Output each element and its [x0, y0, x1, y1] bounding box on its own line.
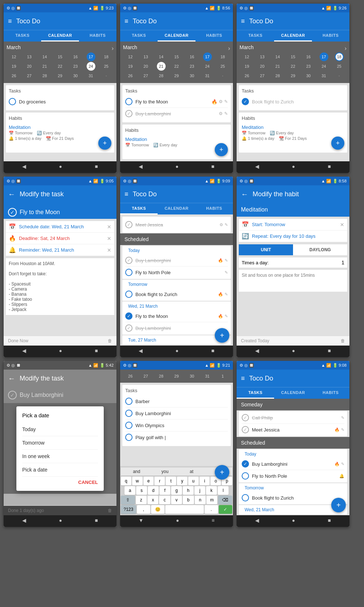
cal-cell[interactable]: 30	[304, 71, 313, 80]
cal-cell[interactable]: 25	[335, 62, 344, 71]
key-shift[interactable]: ⇧	[121, 496, 135, 504]
close-icon-6[interactable]: ✕	[340, 222, 344, 228]
datepicker-option-today[interactable]: Today	[22, 423, 98, 436]
key-g[interactable]: g	[171, 486, 182, 495]
habit-item[interactable]: Meditation 📅 Tomorrow 🔄 Every day 🔔 1 ti…	[242, 123, 344, 142]
cal-cell-today[interactable]: 17	[87, 52, 95, 61]
task-item[interactable]: Buy Lamborghini	[125, 407, 228, 419]
edit-icon[interactable]: ✎	[225, 258, 228, 263]
fab-9[interactable]: +	[331, 498, 346, 512]
task-checkbox[interactable]	[125, 398, 132, 405]
delete-icon-7[interactable]: 🗑	[108, 508, 112, 513]
tab-tasks-3[interactable]: TASKS	[237, 30, 274, 42]
cal-cell[interactable]: 31	[203, 71, 212, 80]
task-checkbox[interactable]: ✓	[125, 312, 132, 320]
key-z[interactable]: z	[136, 496, 147, 504]
nav-back[interactable]: ▼	[139, 517, 144, 525]
task-checkbox[interactable]	[125, 410, 132, 417]
tab-tasks-1[interactable]: TASKS	[4, 30, 41, 42]
task-text-typing[interactable]: Play golf with |	[135, 435, 228, 440]
cal-cell[interactable]: 22	[56, 62, 64, 71]
edit-icon[interactable]: ✎	[224, 99, 228, 104]
cal-cell[interactable]: 27	[141, 372, 150, 381]
cal-next-3[interactable]: ›	[345, 45, 347, 52]
edit-icon[interactable]: ✎	[341, 415, 344, 420]
cal-cell[interactable]: 25	[218, 62, 227, 71]
task-item-typing[interactable]: Play golf with |	[125, 431, 228, 443]
cal-cell[interactable]: 29	[172, 71, 181, 80]
toggle-unit-6[interactable]: UNIT	[239, 244, 293, 255]
repeat-row[interactable]: 🔄 Repeat: Every day for 10 days	[239, 230, 347, 242]
key-k[interactable]: k	[206, 486, 217, 495]
tab-habits-5[interactable]: HABITS	[195, 203, 233, 214]
nav-recent[interactable]: ■	[211, 348, 214, 355]
nav-back[interactable]: ◀	[139, 348, 143, 355]
cal-cell[interactable]: 25	[102, 62, 111, 71]
key-w[interactable]: w	[132, 477, 143, 485]
delete-icon-4[interactable]: 🗑	[108, 338, 112, 343]
task-item[interactable]: Book flight to Zurich	[242, 492, 344, 504]
cal-cell-today[interactable]: 17	[320, 52, 328, 61]
cal-cell[interactable]: 29	[289, 71, 297, 80]
cal-cell[interactable]: 16	[71, 52, 80, 61]
cal-cell[interactable]: 27	[141, 71, 150, 80]
cal-cell[interactable]: 12	[9, 52, 18, 61]
cal-cell[interactable]: 27	[258, 71, 266, 80]
cal-cell-selected[interactable]: 21	[157, 62, 166, 71]
fab-5[interactable]: +	[215, 328, 229, 343]
key-f[interactable]: f	[159, 486, 170, 495]
cal-cell[interactable]: 12	[242, 52, 251, 61]
cal-cell[interactable]: 23	[304, 62, 313, 71]
nav-back[interactable]: ◀	[22, 517, 26, 525]
key-c[interactable]: c	[159, 496, 170, 504]
edit-icon[interactable]: ✎	[225, 292, 228, 297]
cal-next-1[interactable]: ›	[112, 45, 114, 52]
key-comma[interactable]: ,	[137, 505, 150, 514]
nav-back[interactable]: ◀	[255, 517, 259, 525]
key-e[interactable]: e	[143, 477, 154, 485]
key-j[interactable]: j	[194, 486, 205, 495]
task-item[interactable]: ✓ Buy Lamborghini ⚙ ✎	[125, 108, 228, 119]
task-item[interactable]: Fly to the Moon 🔥 ⚙ ✎	[125, 96, 228, 108]
tab-calendar-9[interactable]: CALENDAR	[274, 387, 312, 399]
task-checkbox[interactable]: ✓	[125, 324, 132, 332]
cal-cell[interactable]: 16	[187, 52, 196, 61]
nav-recent[interactable]: ■	[95, 163, 98, 171]
back-button-7[interactable]: ←	[8, 374, 15, 383]
task-item[interactable]: ✓ Meet Jessica ⚙ ✎	[125, 219, 228, 230]
cal-cell[interactable]: 23	[71, 62, 80, 71]
nav-home[interactable]: ●	[292, 163, 295, 171]
key-n[interactable]: n	[195, 496, 206, 504]
key-v[interactable]: v	[171, 496, 182, 504]
cal-cell[interactable]: 22	[172, 62, 181, 71]
tab-tasks-9[interactable]: TASKS	[237, 387, 274, 399]
task-checkbox[interactable]: ✓	[242, 414, 249, 421]
key-b[interactable]: b	[183, 496, 194, 504]
cal-cell[interactable]: 16	[304, 52, 313, 61]
task-checkbox[interactable]	[125, 291, 132, 298]
cal-cell[interactable]: 28	[157, 71, 166, 80]
cal-cell[interactable]: 15	[172, 52, 181, 61]
tab-calendar-2[interactable]: CALENDAR	[158, 30, 195, 42]
fab-1[interactable]: +	[98, 137, 111, 150]
nav-back[interactable]: ◀	[22, 348, 26, 355]
datepicker-option-week[interactable]: In one week	[22, 450, 98, 463]
task-item[interactable]: Fly to North Pole ✎	[125, 267, 228, 278]
task-item[interactable]: ✓ Fly to the Moon 🔥 ✎	[125, 310, 228, 322]
nav-recent[interactable]: ■	[328, 348, 331, 355]
cal-cell[interactable]: 14	[273, 52, 282, 61]
tab-tasks-2[interactable]: TASKS	[120, 30, 158, 42]
task-item[interactable]: ✓ Call Philip ✎	[242, 412, 344, 424]
cal-cell[interactable]: 15	[56, 52, 64, 61]
cal-cell[interactable]: 27	[25, 71, 33, 80]
key-i[interactable]: i	[199, 477, 210, 485]
key-s[interactable]: s	[136, 486, 147, 495]
task-item[interactable]: ✓ Buy Lamborghini 🔥 ✎	[242, 458, 344, 470]
nav-back[interactable]: ◀	[139, 163, 143, 171]
task-checkbox[interactable]: ✓	[242, 426, 249, 433]
cal-cell[interactable]: 18	[102, 52, 111, 61]
toggle-daylong-6[interactable]: DAYLONG	[293, 244, 347, 255]
cal-cell[interactable]: 30	[187, 372, 196, 381]
key-d[interactable]: d	[148, 486, 159, 495]
nav-recent[interactable]: ■	[328, 163, 331, 171]
